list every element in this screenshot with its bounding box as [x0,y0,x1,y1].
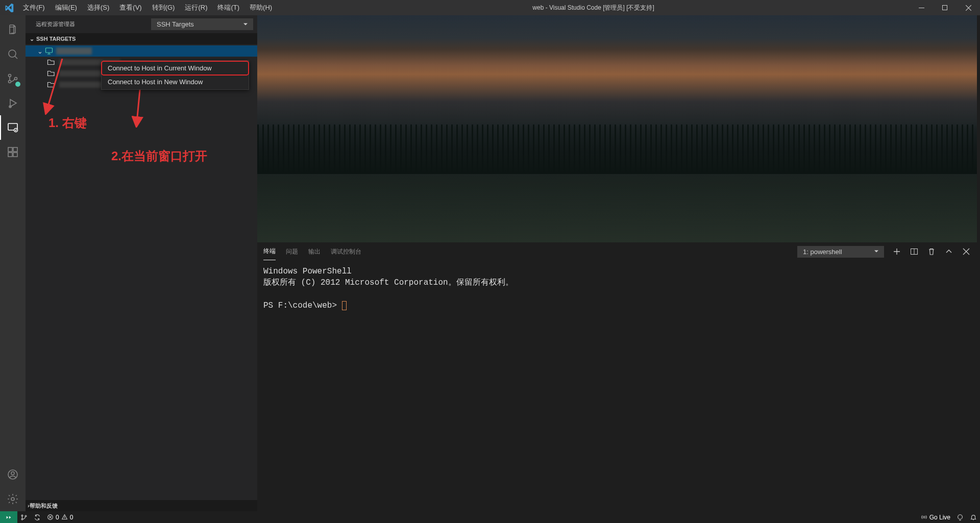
accounts-icon[interactable] [0,462,26,487]
chevron-down-icon: ⌄ [36,47,44,55]
terminal-output[interactable]: Windows PowerShell 版权所有 (C) 2012 Microso… [257,261,977,317]
maximize-panel-icon[interactable] [944,247,953,256]
svg-point-22 [21,518,23,520]
tab-problems[interactable]: 问题 [286,243,298,260]
svg-rect-10 [8,153,12,157]
menu-go[interactable]: 转到(G) [147,0,180,15]
tab-terminal[interactable]: 终端 [263,243,276,260]
menu-bar: 文件(F) 编辑(E) 选择(S) 查看(V) 转到(G) 运行(R) 终端(T… [18,0,277,15]
tab-output[interactable]: 输出 [308,243,321,260]
terminal-line: Windows PowerShell [263,266,971,277]
status-bar: 0 0 Go Live [0,511,980,523]
menu-file[interactable]: 文件(F) [18,0,50,15]
vscode-logo [0,3,18,12]
activity-bar [0,15,26,511]
svg-point-15 [11,497,14,501]
svg-rect-11 [13,153,17,157]
source-control-icon[interactable] [0,66,26,91]
footer-label: 帮助和反馈 [30,502,58,510]
svg-point-21 [21,515,23,516]
kill-terminal-icon[interactable] [927,247,936,256]
status-go-live[interactable]: Go Live [918,514,953,521]
terminal-line: 版权所有 (C) 2012 Microsoft Corporation。保留所有… [263,277,971,288]
svg-point-3 [9,74,11,77]
svg-point-4 [9,81,11,83]
ssh-host-item[interactable]: ⌄ [26,45,257,57]
context-menu: Connect to Host in Current Window Connec… [101,60,249,90]
status-problems[interactable]: 0 0 [44,514,76,521]
help-feedback-section[interactable]: › 帮助和反馈 [26,500,257,511]
status-branch[interactable] [17,514,31,521]
status-errors-count: 0 [56,514,59,521]
explorer-icon[interactable] [0,17,26,42]
svg-rect-0 [919,8,924,8]
menu-help[interactable]: 帮助(H) [244,0,277,15]
menu-run[interactable]: 运行(R) [180,0,212,15]
editor-background-image [257,15,977,242]
window-title: web - Visual Studio Code [管理员] [不受支持] [277,4,910,12]
scm-clock-badge-icon [14,81,21,88]
window-controls [910,0,980,15]
section-label: SSH TARGETS [36,36,76,42]
remote-targets-dropdown[interactable]: SSH Targets [151,18,253,30]
svg-point-5 [15,78,17,80]
settings-gear-icon[interactable] [0,487,26,511]
go-live-label: Go Live [929,514,950,521]
ctx-connect-current-window[interactable]: Connect to Host in Current Window [102,61,249,75]
host-label-redacted [56,47,92,55]
svg-point-23 [25,515,27,516]
svg-point-14 [11,472,14,475]
status-warnings-count: 0 [70,514,74,521]
menu-edit[interactable]: 编辑(E) [50,0,82,15]
run-debug-icon[interactable] [0,91,26,115]
split-terminal-icon[interactable] [910,247,919,256]
chevron-down-icon: ⌄ [30,36,34,42]
menu-terminal[interactable]: 终端(T) [212,0,244,15]
close-panel-icon[interactable] [962,247,971,256]
new-terminal-icon[interactable] [892,247,901,256]
tab-debug-console[interactable]: 调试控制台 [331,243,361,260]
monitor-icon [44,47,54,55]
terminal-prompt: PS F:\code\web> [263,301,337,310]
cursor-icon [342,301,347,310]
ssh-targets-section-header[interactable]: ⌄ SSH TARGETS [26,33,257,44]
panel-tabs: 终端 问题 输出 调试控制台 1: powershell [257,243,977,261]
panel: 终端 问题 输出 调试控制台 1: powershell Windows Pow… [257,242,977,511]
close-button[interactable] [957,0,980,15]
annotation-text-2: 2.在当前窗口打开 [111,148,207,164]
titlebar: 文件(F) 编辑(E) 选择(S) 查看(V) 转到(G) 运行(R) 终端(T… [0,0,980,15]
ctx-connect-new-window[interactable]: Connect to Host in New Window [102,75,249,89]
svg-rect-1 [942,5,947,10]
svg-point-25 [923,516,925,518]
sidebar-title: 远程资源管理器 [36,20,75,28]
annotation-text-1: 1. 右键 [48,115,87,131]
remote-explorer-icon[interactable] [0,115,26,140]
annotation-arrow-1 [42,59,67,115]
terminal-selector[interactable]: 1: powershell [797,246,884,258]
svg-rect-9 [8,147,12,152]
status-sync[interactable] [31,514,44,521]
remote-indicator[interactable] [0,511,17,523]
maximize-button[interactable] [933,0,957,15]
status-bell-icon[interactable] [967,514,980,521]
sidebar-header: 远程资源管理器 SSH Targets [26,15,257,33]
editor-area [257,15,977,242]
search-icon[interactable] [0,42,26,66]
svg-point-26 [958,514,963,519]
menu-selection[interactable]: 选择(S) [82,0,114,15]
svg-rect-16 [46,48,53,53]
minimize-button[interactable] [910,0,933,15]
terminal-prompt-line: PS F:\code\web> [263,300,971,311]
svg-line-17 [47,59,62,110]
status-feedback-icon[interactable] [953,514,967,521]
menu-view[interactable]: 查看(V) [114,0,146,15]
extensions-icon[interactable] [0,140,26,164]
svg-point-2 [9,50,16,57]
svg-rect-12 [13,147,17,152]
